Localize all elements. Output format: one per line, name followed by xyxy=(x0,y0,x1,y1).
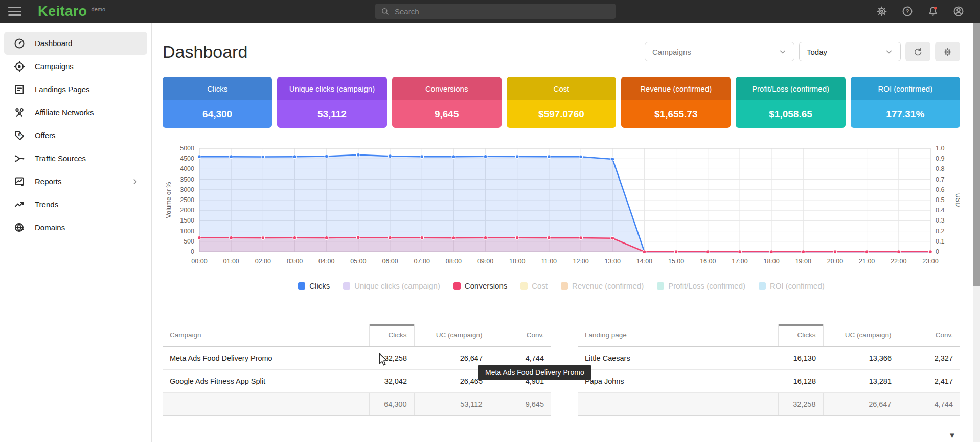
stat-card-clicks[interactable]: Clicks64,300 xyxy=(163,77,272,128)
table-header-name[interactable]: Landing page xyxy=(578,324,778,346)
table-totals-row: 32,25826,6474,744 xyxy=(578,392,960,415)
stat-card-profit-loss-confirmed[interactable]: Profit/Loss (confirmed)$1,058.65 xyxy=(736,77,845,128)
table-header-conv[interactable]: Conv. xyxy=(490,324,551,346)
svg-text:1000: 1000 xyxy=(180,228,194,235)
svg-text:13:00: 13:00 xyxy=(605,258,621,265)
dashboard-settings-button[interactable] xyxy=(935,42,960,61)
group-by-select-value: Campaigns xyxy=(652,48,691,56)
totals-value: 32,258 xyxy=(778,392,823,415)
legend-label: Clicks xyxy=(309,281,330,290)
svg-text:5000: 5000 xyxy=(180,145,194,152)
row-name[interactable]: Meta Ads Food Delivery Promo xyxy=(163,346,369,369)
svg-text:2500: 2500 xyxy=(180,196,194,204)
gear-icon[interactable] xyxy=(876,5,888,17)
sidebar-item-label: Traffic Sources xyxy=(35,154,86,163)
sidebar-item-label: Trends xyxy=(35,200,58,209)
table-header-name[interactable]: Campaign xyxy=(163,324,369,346)
sidebar-nav: DashboardCampaignsLandings PagesAffiliat… xyxy=(0,23,152,442)
sidebar-item-label: Campaigns xyxy=(35,62,74,71)
page-title: Dashboard xyxy=(163,42,247,62)
table-row[interactable]: Little Caesars16,13013,3662,327 xyxy=(578,346,960,369)
svg-text:18:00: 18:00 xyxy=(763,258,779,265)
stat-card-cost[interactable]: Cost$597.0760 xyxy=(507,77,616,128)
sidebar-item-campaigns[interactable]: Campaigns xyxy=(4,55,147,78)
scrollbar-thumb[interactable] xyxy=(973,23,980,286)
svg-text:15:00: 15:00 xyxy=(668,258,684,265)
help-icon[interactable]: ? xyxy=(901,5,914,17)
table-header-clicks[interactable]: Clicks xyxy=(778,324,823,346)
search-input[interactable] xyxy=(395,7,610,16)
menu-hamburger-icon[interactable] xyxy=(8,7,21,16)
sidebar-item-domains[interactable]: Domains xyxy=(4,216,147,239)
sidebar-item-label: Dashboard xyxy=(35,39,72,48)
sidebar-item-affiliate-networks[interactable]: Affiliate Networks xyxy=(4,101,147,124)
stat-card-value: 64,300 xyxy=(163,100,272,128)
scroll-down-indicator-icon[interactable]: ▼ xyxy=(948,431,956,439)
legend-item-conversions[interactable]: Conversions xyxy=(453,281,507,290)
sidebar-item-reports[interactable]: Reports xyxy=(4,170,147,193)
landing-pages-table: Landing pageClicksUC (campaign)Conv.Litt… xyxy=(578,324,960,416)
svg-text:08:00: 08:00 xyxy=(446,258,462,265)
sidebar-item-trends[interactable]: Trends xyxy=(4,193,147,216)
legend-item-unique-clicks-campaign[interactable]: Unique clicks (campaign) xyxy=(343,281,440,290)
stat-card-conversions[interactable]: Conversions9,645 xyxy=(392,77,502,128)
svg-text:0.2: 0.2 xyxy=(936,228,944,235)
row-name[interactable]: Papa Johns xyxy=(578,369,778,392)
stat-cards-row: Clicks64,300Unique clicks (campaign)53,1… xyxy=(163,77,960,128)
table-row[interactable]: Papa Johns16,12813,2812,417 xyxy=(578,369,960,392)
totals-value: 26,647 xyxy=(823,392,899,415)
svg-text:$: $ xyxy=(18,131,21,137)
legend-item-roi-confirmed[interactable]: ROI (confirmed) xyxy=(759,281,825,290)
sidebar-item-offers[interactable]: $Offers xyxy=(4,124,147,147)
row-name[interactable]: Little Caesars xyxy=(578,346,778,369)
sidebar-item-landings-pages[interactable]: Landings Pages xyxy=(4,78,147,101)
row-name[interactable]: Google Ads Fitness App Split xyxy=(163,369,369,392)
legend-item-cost[interactable]: Cost xyxy=(520,281,548,290)
trend-up-icon xyxy=(13,198,26,211)
table-header-uc-campaign[interactable]: UC (campaign) xyxy=(414,324,490,346)
keitaro-dashboard-page: { "topbar": { "logo": "Keitaro", "env_la… xyxy=(0,0,980,442)
stat-card-unique-clicks-campaign[interactable]: Unique clicks (campaign)53,112 xyxy=(277,77,386,128)
stat-card-roi-confirmed[interactable]: ROI (confirmed)177.31% xyxy=(851,77,960,128)
date-range-select[interactable]: Today xyxy=(799,42,901,61)
main-content: Dashboard Campaigns Today Clicks64,300Un xyxy=(163,23,960,416)
svg-text:14:00: 14:00 xyxy=(636,258,652,265)
page-scrollbar[interactable] xyxy=(973,23,980,442)
legend-swatch xyxy=(343,282,350,290)
svg-text:21:00: 21:00 xyxy=(859,258,875,265)
global-search[interactable] xyxy=(375,4,616,19)
svg-text:3500: 3500 xyxy=(180,176,194,183)
sidebar-item-label: Reports xyxy=(35,177,62,186)
legend-item-clicks[interactable]: Clicks xyxy=(298,281,330,290)
sidebar-item-dashboard[interactable]: Dashboard xyxy=(4,32,147,55)
env-label: demo xyxy=(92,6,106,12)
svg-text:Volume or %: Volume or % xyxy=(165,182,172,218)
svg-text:01:00: 01:00 xyxy=(223,258,239,265)
svg-text:0: 0 xyxy=(191,248,194,255)
stat-card-revenue-confirmed[interactable]: Revenue (confirmed)$1,655.73 xyxy=(621,77,731,128)
user-account-icon[interactable] xyxy=(952,5,965,17)
legend-item-revenue-confirmed[interactable]: Revenue (confirmed) xyxy=(561,281,644,290)
table-header-clicks[interactable]: Clicks xyxy=(369,324,414,346)
legend-item-profit-loss-confirmed[interactable]: Profit/Loss (confirmed) xyxy=(657,281,745,290)
svg-text:22:00: 22:00 xyxy=(891,258,906,265)
refresh-button[interactable] xyxy=(905,42,930,61)
stat-card-value: $1,058.65 xyxy=(736,100,845,128)
svg-text:4000: 4000 xyxy=(180,165,194,172)
notifications-bell-icon[interactable] xyxy=(927,5,939,17)
sidebar-item-label: Affiliate Networks xyxy=(35,108,94,117)
stat-card-value: $1,655.73 xyxy=(621,100,731,128)
table-header-uc-campaign[interactable]: UC (campaign) xyxy=(823,324,899,346)
sidebar-item-traffic-sources[interactable]: Traffic Sources xyxy=(4,147,147,170)
stat-card-value: 53,112 xyxy=(277,100,386,128)
table-header-conv[interactable]: Conv. xyxy=(899,324,960,346)
legend-swatch xyxy=(520,282,528,290)
group-by-select[interactable]: Campaigns xyxy=(645,42,794,61)
gear-icon xyxy=(943,47,952,57)
row-tooltip: Meta Ads Food Delivery Promo xyxy=(478,365,591,380)
sidebar-item-label: Landings Pages xyxy=(35,85,90,94)
svg-text:09:00: 09:00 xyxy=(477,258,493,265)
svg-text:12:00: 12:00 xyxy=(573,258,588,265)
sidebar-item-label: Offers xyxy=(35,131,56,140)
svg-text:16:00: 16:00 xyxy=(700,258,716,265)
